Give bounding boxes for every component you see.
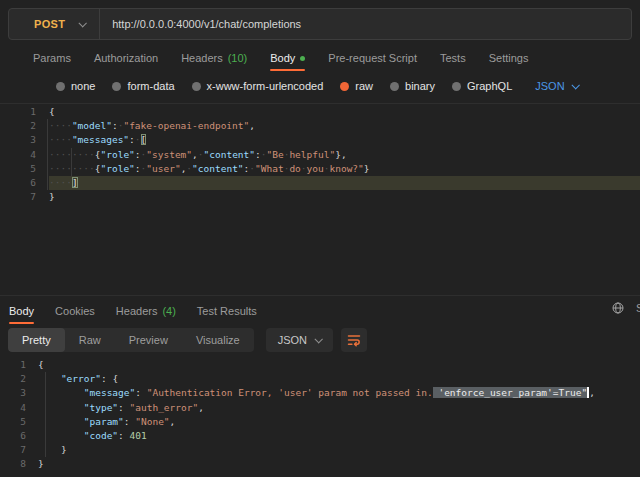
code-line[interactable]: 5········{"role":·"user",·"content":·"Wh… — [0, 162, 640, 176]
wrap-line-icon — [346, 332, 362, 348]
code-token — [38, 444, 61, 455]
code-token: "messages" — [72, 134, 129, 145]
tab-label: Params — [33, 52, 71, 64]
code-line[interactable]: 4 "type": "auth_error", — [0, 401, 640, 415]
tab-pre-request-script[interactable]: Pre-request Script — [328, 52, 417, 64]
code-content: } — [38, 443, 640, 457]
response-tab-cookies[interactable]: Cookies — [55, 305, 95, 317]
line-number: 6 — [0, 429, 38, 443]
postman-window: POST http://0.0.0.0:4000/v1/chat/complet… — [0, 0, 640, 477]
request-body-editor[interactable]: 1{2····"model":·"fake-openai-endpoint",3… — [0, 105, 640, 295]
response-tab-headers[interactable]: Headers(4) — [116, 305, 176, 317]
divider — [0, 295, 640, 296]
code-content: } — [38, 457, 640, 471]
code-token: "code" — [84, 430, 118, 441]
code-token: "auth_error" — [130, 402, 199, 413]
globe-icon[interactable] — [612, 302, 624, 314]
indent-guide — [71, 148, 72, 176]
code-line[interactable]: 2····"model":·"fake-openai-endpoint", — [0, 119, 640, 133]
chevron-down-icon — [315, 335, 323, 343]
tab-authorization[interactable]: Authorization — [94, 52, 158, 64]
tab-tests[interactable]: Tests — [440, 52, 466, 64]
code-token: "message" — [84, 387, 135, 398]
url-input[interactable]: http://0.0.0.0:4000/v1/chat/completions — [100, 18, 631, 30]
tab-label: Tests — [440, 52, 466, 64]
code-token: , — [170, 416, 176, 427]
line-number: 3 — [0, 133, 49, 147]
code-line[interactable]: 3····"messages":·[ — [0, 133, 640, 147]
response-format-dropdown[interactable]: JSON — [266, 328, 333, 352]
tab-count: (10) — [228, 52, 248, 64]
status-text-clipped: S — [636, 302, 640, 314]
request-tabs: ParamsAuthorizationHeaders(10)BodyPre-re… — [0, 50, 640, 66]
tab-body[interactable]: Body — [270, 52, 305, 64]
code-line[interactable]: 4········{"role":·"system",·"content":·"… — [0, 148, 640, 162]
line-number: 2 — [0, 119, 49, 133]
view-raw[interactable]: Raw — [65, 328, 115, 352]
code-token: "Authentication Error, 'user' param not … — [147, 387, 433, 398]
code-token: helpful" — [289, 149, 335, 160]
body-type-x-www-form-urlencoded[interactable]: x-www-form-urlencoded — [192, 80, 324, 92]
code-content: ········{"role":·"system",·"content":·"B… — [49, 148, 640, 162]
response-tab-body[interactable]: Body — [9, 305, 34, 317]
tab-params[interactable]: Params — [33, 52, 71, 64]
unsaved-dot-icon — [300, 56, 305, 61]
method-selector[interactable]: POST — [9, 18, 99, 30]
body-type-none[interactable]: none — [56, 80, 95, 92]
response-body-editor[interactable]: 1{2 "error": {3 "message": "Authenticati… — [0, 358, 640, 477]
code-token: "param" — [84, 416, 124, 427]
code-token: you — [307, 163, 324, 174]
code-content: ····"model":·"fake-openai-endpoint", — [49, 119, 640, 133]
code-token: "None" — [135, 416, 169, 427]
response-tabs: BodyCookiesHeaders(4)Test Results — [0, 303, 640, 319]
body-type-label: none — [71, 80, 95, 92]
tab-label: Body — [270, 52, 295, 64]
line-number: 6 — [0, 176, 49, 190]
view-pretty[interactable]: Pretty — [8, 328, 65, 352]
code-line[interactable]: 8} — [0, 457, 640, 471]
code-content: ········{"role":·"user",·"content":·"Wha… — [49, 162, 640, 176]
code-line[interactable]: 3 "message": "Authentication Error, 'use… — [0, 386, 640, 400]
code-token: : — [118, 402, 129, 413]
view-visualize[interactable]: Visualize — [182, 328, 254, 352]
code-line[interactable]: 7} — [0, 190, 640, 204]
code-line[interactable]: 7 } — [0, 443, 640, 457]
code-token: { — [49, 106, 55, 117]
body-type-form-data[interactable]: form-data — [112, 80, 174, 92]
tab-headers[interactable]: Headers(10) — [181, 52, 247, 64]
indent-guide — [47, 119, 48, 190]
code-content: "error": { — [38, 372, 640, 386]
body-type-GraphQL[interactable]: GraphQL — [452, 80, 512, 92]
view-switcher: PrettyRawPreviewVisualize — [8, 328, 254, 352]
response-format-label: JSON — [278, 334, 307, 346]
line-number: 1 — [0, 105, 49, 119]
response-tab-test-results[interactable]: Test Results — [197, 305, 257, 317]
code-token: ···· — [49, 177, 72, 188]
code-line[interactable]: 2 "error": { — [0, 372, 640, 386]
code-token: "role" — [101, 149, 135, 160]
code-token: , — [249, 120, 255, 131]
body-type-raw[interactable]: raw — [340, 80, 373, 92]
code-token: : — [118, 430, 129, 441]
response-toolbar: PrettyRawPreviewVisualize JSON — [8, 328, 367, 352]
body-type-binary[interactable]: binary — [390, 80, 435, 92]
code-token: , — [589, 387, 595, 398]
code-line[interactable]: 1{ — [0, 105, 640, 119]
code-content: ····] — [49, 176, 640, 190]
request-format-dropdown[interactable]: JSON — [535, 80, 577, 92]
code-line[interactable]: 6····] — [0, 176, 640, 190]
code-line[interactable]: 6 "code": 401 — [0, 429, 640, 443]
code-line[interactable]: 1{ — [0, 358, 640, 372]
view-preview[interactable]: Preview — [115, 328, 182, 352]
selected-text: 'enforce_user_param'=True" — [433, 387, 587, 398]
code-token: } — [49, 191, 55, 202]
wrap-line-button[interactable] — [341, 328, 367, 352]
divider — [0, 103, 640, 104]
code-token: "user" — [146, 163, 180, 174]
code-token — [38, 373, 61, 384]
code-content: } — [49, 190, 640, 204]
code-line[interactable]: 5 "param": "None", — [0, 415, 640, 429]
body-type-label: x-www-form-urlencoded — [207, 80, 324, 92]
request-url-bar: POST http://0.0.0.0:4000/v1/chat/complet… — [8, 8, 632, 40]
tab-settings[interactable]: Settings — [489, 52, 529, 64]
